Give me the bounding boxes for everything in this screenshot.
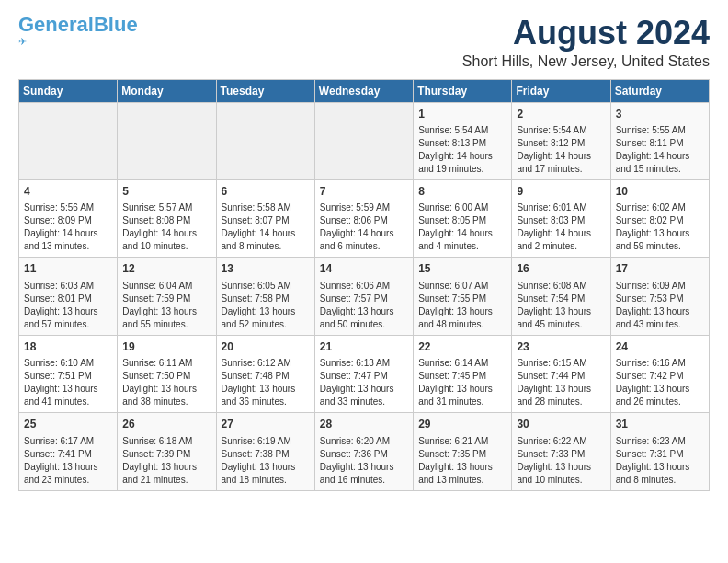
day-info: Sunrise: 6:03 AM Sunset: 8:01 PM Dayligh… xyxy=(24,280,112,331)
day-number: 1 xyxy=(418,107,506,122)
day-info: Sunrise: 6:06 AM Sunset: 7:57 PM Dayligh… xyxy=(320,280,408,331)
day-number: 26 xyxy=(122,417,210,432)
day-info: Sunrise: 6:19 AM Sunset: 7:38 PM Dayligh… xyxy=(222,435,310,487)
day-number: 29 xyxy=(418,417,506,432)
day-number: 31 xyxy=(616,417,704,432)
day-number: 9 xyxy=(517,184,605,200)
main-title: August 2024 xyxy=(462,15,710,52)
day-info: Sunrise: 6:12 AM Sunset: 7:48 PM Dayligh… xyxy=(222,357,310,408)
calendar-day-header: Saturday xyxy=(610,79,709,102)
calendar-cell: 19Sunrise: 6:11 AM Sunset: 7:50 PM Dayli… xyxy=(118,335,216,412)
calendar-cell: 21Sunrise: 6:13 AM Sunset: 7:47 PM Dayli… xyxy=(314,335,413,412)
calendar-day-header: Friday xyxy=(512,79,610,102)
day-number: 3 xyxy=(616,107,704,122)
day-number: 14 xyxy=(320,261,408,277)
day-number: 19 xyxy=(122,339,210,355)
calendar-cell: 16Sunrise: 6:08 AM Sunset: 7:54 PM Dayli… xyxy=(512,258,610,335)
day-number: 7 xyxy=(320,184,408,200)
calendar-cell xyxy=(314,102,413,179)
day-info: Sunrise: 6:16 AM Sunset: 7:42 PM Dayligh… xyxy=(616,357,704,408)
calendar-cell: 12Sunrise: 6:04 AM Sunset: 7:59 PM Dayli… xyxy=(118,258,216,335)
day-info: Sunrise: 6:05 AM Sunset: 7:58 PM Dayligh… xyxy=(222,280,310,331)
day-number: 5 xyxy=(122,184,210,200)
subtitle: Short Hills, New Jersey, United States xyxy=(462,53,710,70)
day-number: 22 xyxy=(418,339,506,355)
calendar-cell: 1Sunrise: 5:54 AM Sunset: 8:13 PM Daylig… xyxy=(414,102,512,179)
logo-tagline: ✈ xyxy=(18,36,27,48)
day-number: 25 xyxy=(24,417,112,432)
calendar-cell: 29Sunrise: 6:21 AM Sunset: 7:35 PM Dayli… xyxy=(414,413,512,490)
calendar-cell: 8Sunrise: 6:00 AM Sunset: 8:05 PM Daylig… xyxy=(414,179,512,257)
calendar-cell: 17Sunrise: 6:09 AM Sunset: 7:53 PM Dayli… xyxy=(610,258,709,335)
day-info: Sunrise: 5:55 AM Sunset: 8:11 PM Dayligh… xyxy=(616,124,704,176)
calendar-cell: 27Sunrise: 6:19 AM Sunset: 7:38 PM Dayli… xyxy=(216,413,314,490)
calendar-cell: 14Sunrise: 6:06 AM Sunset: 7:57 PM Dayli… xyxy=(314,258,413,335)
day-number: 10 xyxy=(616,184,704,200)
day-number: 23 xyxy=(517,339,605,355)
day-number: 27 xyxy=(222,417,310,432)
calendar-cell: 31Sunrise: 6:23 AM Sunset: 7:31 PM Dayli… xyxy=(610,413,709,490)
calendar-day-header: Thursday xyxy=(414,79,512,102)
day-info: Sunrise: 6:18 AM Sunset: 7:39 PM Dayligh… xyxy=(122,435,210,487)
day-number: 6 xyxy=(222,184,310,200)
day-number: 16 xyxy=(517,261,605,277)
day-info: Sunrise: 6:14 AM Sunset: 7:45 PM Dayligh… xyxy=(418,357,506,408)
calendar-cell: 25Sunrise: 6:17 AM Sunset: 7:41 PM Dayli… xyxy=(19,413,118,490)
day-info: Sunrise: 6:01 AM Sunset: 8:03 PM Dayligh… xyxy=(517,201,605,253)
calendar-cell: 9Sunrise: 6:01 AM Sunset: 8:03 PM Daylig… xyxy=(512,179,610,257)
calendar-cell xyxy=(216,102,314,179)
day-info: Sunrise: 6:20 AM Sunset: 7:36 PM Dayligh… xyxy=(320,435,408,487)
calendar-cell: 22Sunrise: 6:14 AM Sunset: 7:45 PM Dayli… xyxy=(414,335,512,412)
day-info: Sunrise: 6:00 AM Sunset: 8:05 PM Dayligh… xyxy=(418,201,506,253)
title-block: August 2024 Short Hills, New Jersey, Uni… xyxy=(462,15,710,70)
page-header: GeneralBlue ✈ August 2024 Short Hills, N… xyxy=(18,15,710,70)
calendar-cell: 20Sunrise: 6:12 AM Sunset: 7:48 PM Dayli… xyxy=(216,335,314,412)
day-info: Sunrise: 6:23 AM Sunset: 7:31 PM Dayligh… xyxy=(616,435,704,487)
calendar-week-row: 25Sunrise: 6:17 AM Sunset: 7:41 PM Dayli… xyxy=(19,413,710,490)
calendar-cell: 2Sunrise: 5:54 AM Sunset: 8:12 PM Daylig… xyxy=(512,102,610,179)
calendar-cell: 3Sunrise: 5:55 AM Sunset: 8:11 PM Daylig… xyxy=(610,102,709,179)
logo-general: General xyxy=(18,13,94,36)
calendar-cell: 26Sunrise: 6:18 AM Sunset: 7:39 PM Dayli… xyxy=(118,413,216,490)
logo-text: GeneralBlue xyxy=(18,15,138,35)
calendar-cell: 23Sunrise: 6:15 AM Sunset: 7:44 PM Dayli… xyxy=(512,335,610,412)
calendar-cell xyxy=(118,102,216,179)
calendar-week-row: 1Sunrise: 5:54 AM Sunset: 8:13 PM Daylig… xyxy=(19,102,710,179)
day-info: Sunrise: 6:11 AM Sunset: 7:50 PM Dayligh… xyxy=(122,357,210,408)
day-info: Sunrise: 6:13 AM Sunset: 7:47 PM Dayligh… xyxy=(320,357,408,408)
calendar-cell: 11Sunrise: 6:03 AM Sunset: 8:01 PM Dayli… xyxy=(19,258,118,335)
calendar-cell: 5Sunrise: 5:57 AM Sunset: 8:08 PM Daylig… xyxy=(118,179,216,257)
day-info: Sunrise: 5:54 AM Sunset: 8:13 PM Dayligh… xyxy=(418,124,506,176)
day-number: 13 xyxy=(222,261,310,277)
calendar-week-row: 18Sunrise: 6:10 AM Sunset: 7:51 PM Dayli… xyxy=(19,335,710,412)
calendar-table: SundayMondayTuesdayWednesdayThursdayFrid… xyxy=(18,79,710,491)
day-number: 20 xyxy=(222,339,310,355)
calendar-cell: 18Sunrise: 6:10 AM Sunset: 7:51 PM Dayli… xyxy=(19,335,118,412)
day-info: Sunrise: 6:10 AM Sunset: 7:51 PM Dayligh… xyxy=(24,357,112,408)
day-info: Sunrise: 6:02 AM Sunset: 8:02 PM Dayligh… xyxy=(616,201,704,253)
day-number: 28 xyxy=(320,417,408,432)
calendar-cell: 30Sunrise: 6:22 AM Sunset: 7:33 PM Dayli… xyxy=(512,413,610,490)
day-info: Sunrise: 5:57 AM Sunset: 8:08 PM Dayligh… xyxy=(122,201,210,253)
day-number: 21 xyxy=(320,339,408,355)
day-info: Sunrise: 5:54 AM Sunset: 8:12 PM Dayligh… xyxy=(517,124,605,176)
calendar-header-row: SundayMondayTuesdayWednesdayThursdayFrid… xyxy=(19,79,710,102)
day-number: 18 xyxy=(24,339,112,355)
logo-blue: Blue xyxy=(94,13,138,36)
calendar-cell: 28Sunrise: 6:20 AM Sunset: 7:36 PM Dayli… xyxy=(314,413,413,490)
day-number: 17 xyxy=(616,261,704,277)
day-number: 15 xyxy=(418,261,506,277)
day-info: Sunrise: 6:22 AM Sunset: 7:33 PM Dayligh… xyxy=(517,435,605,487)
day-number: 2 xyxy=(517,107,605,122)
day-number: 4 xyxy=(24,184,112,200)
day-info: Sunrise: 5:58 AM Sunset: 8:07 PM Dayligh… xyxy=(222,201,310,253)
logo: GeneralBlue ✈ xyxy=(18,15,138,48)
calendar-day-header: Tuesday xyxy=(216,79,314,102)
calendar-cell: 6Sunrise: 5:58 AM Sunset: 8:07 PM Daylig… xyxy=(216,179,314,257)
calendar-cell: 24Sunrise: 6:16 AM Sunset: 7:42 PM Dayli… xyxy=(610,335,709,412)
day-info: Sunrise: 5:59 AM Sunset: 8:06 PM Dayligh… xyxy=(320,201,408,253)
day-info: Sunrise: 6:09 AM Sunset: 7:53 PM Dayligh… xyxy=(616,280,704,331)
day-info: Sunrise: 5:56 AM Sunset: 8:09 PM Dayligh… xyxy=(24,201,112,253)
calendar-day-header: Wednesday xyxy=(314,79,413,102)
calendar-cell: 4Sunrise: 5:56 AM Sunset: 8:09 PM Daylig… xyxy=(19,179,118,257)
